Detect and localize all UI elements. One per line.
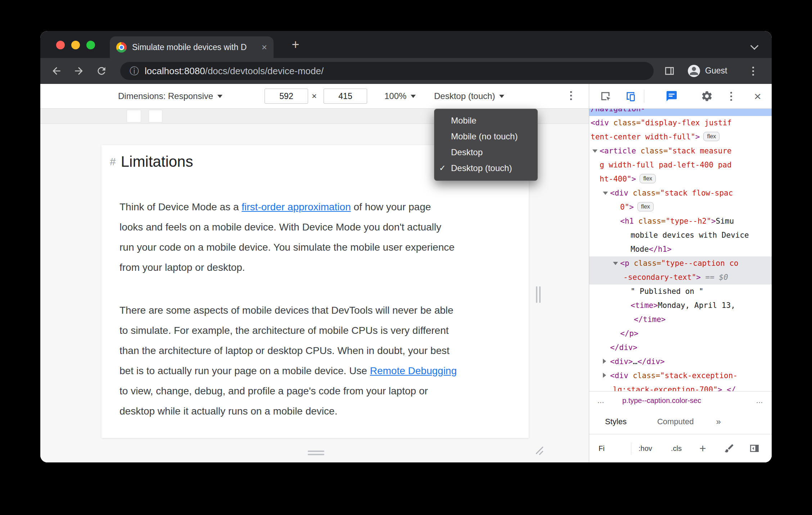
computed-sidebar-toggle-icon[interactable]	[749, 434, 760, 462]
device-type-select[interactable]: Desktop (touch)	[434, 84, 504, 108]
chevron-down-icon	[411, 95, 416, 98]
dom-tree-node[interactable]: -secondary-text"> == $0	[589, 270, 772, 285]
paragraph-line: from your laptop or desktop.	[119, 258, 455, 278]
menu-item-desktop-touch[interactable]: ✓ Desktop (touch)	[434, 160, 537, 176]
heading-anchor-link[interactable]: #	[110, 156, 116, 168]
devtools-toolbar: ×	[589, 84, 772, 109]
dom-tree-node[interactable]: </time>	[589, 313, 772, 327]
flex-badge[interactable]: flex	[703, 132, 719, 141]
dom-tree-node[interactable]: <h1 class="type--h2">Simu	[589, 214, 772, 228]
tab-styles[interactable]: Styles	[605, 417, 627, 426]
devtools-kebab-icon[interactable]	[730, 92, 732, 101]
paragraph-line: desktop while it actually runs on a mobi…	[119, 401, 457, 421]
expand-arrow-icon[interactable]	[603, 355, 610, 369]
chrome-favicon-icon	[116, 42, 127, 53]
tab-computed[interactable]: Computed	[657, 417, 694, 426]
flex-badge[interactable]: flex	[640, 174, 656, 183]
site-info-icon[interactable]: ⓘ	[130, 66, 139, 76]
dom-tree: /navigation-<div class="display-flex jus…	[589, 109, 772, 391]
dom-tree-node[interactable]: <article class="stack measure	[589, 144, 772, 158]
dom-tree-node[interactable]: <div>…</div>	[589, 355, 772, 369]
new-style-rule-button[interactable]: +	[699, 434, 706, 462]
expand-arrow-icon[interactable]	[603, 369, 610, 383]
zoom-select[interactable]: 100%	[384, 84, 416, 108]
dom-tree-node[interactable]: <div class="stack flow-spac	[589, 186, 772, 200]
dom-tree-node[interactable]: mobile devices with Device	[589, 228, 772, 242]
dom-tree-node[interactable]: 0">flex	[589, 200, 772, 214]
dom-tree-node[interactable]: </p>	[589, 327, 772, 341]
width-input[interactable]	[265, 89, 308, 104]
dom-tree-node[interactable]: </div>	[589, 341, 772, 355]
dom-tree-node[interactable]: " Published on "	[589, 285, 772, 299]
dom-tree-node[interactable]: tent-center width-full">flex	[589, 130, 772, 144]
viewport-resize-handle-corner[interactable]	[534, 445, 546, 457]
chevron-down-icon	[217, 95, 222, 98]
menu-item-desktop[interactable]: Desktop	[434, 144, 537, 160]
styles-filter-input[interactable]: Fi	[599, 434, 605, 462]
profile-avatar[interactable]	[688, 65, 700, 77]
page-content-card: # Limitations Think of Device Mode as a …	[102, 145, 529, 438]
inspect-element-icon[interactable]	[599, 90, 612, 102]
viewport-resize-handle-right[interactable]	[536, 286, 541, 303]
paragraph-line: bet is to actually run your page on a mo…	[119, 361, 457, 381]
element-classes-button[interactable]: .cls	[671, 434, 682, 462]
breadcrumb-overflow-right[interactable]: …	[754, 397, 765, 405]
paragraph-line: Think of Device Mode as a first-order ap…	[119, 197, 455, 217]
devtools-close-icon[interactable]: ×	[752, 90, 764, 102]
expand-arrow-icon[interactable]	[603, 186, 610, 200]
text-link[interactable]: first-order approximation	[242, 201, 351, 212]
reload-icon[interactable]	[96, 65, 107, 77]
dom-tree-node[interactable]: g width-full pad-left-400 pad	[589, 158, 772, 172]
height-input[interactable]	[324, 89, 367, 104]
browser-tab[interactable]: Simulate mobile devices with D ×	[110, 36, 274, 58]
rendering-emulations-icon[interactable]	[724, 434, 735, 462]
toggle-device-toolbar-icon[interactable]	[624, 90, 636, 102]
styles-toolbar: Fi :hov .cls +	[589, 434, 772, 462]
tab-close-icon[interactable]: ×	[262, 42, 267, 52]
device-mode-toolbar: Dimensions: Responsive × 100% Desktop (t…	[40, 84, 589, 109]
dimensions-select[interactable]: Dimensions: Responsive	[118, 84, 222, 108]
dom-tree-node[interactable]: Mode</h1>	[589, 242, 772, 256]
expand-arrow-icon[interactable]	[592, 144, 600, 158]
window-minimize-button[interactable]	[71, 41, 80, 49]
window-close-button[interactable]	[56, 41, 65, 49]
paragraph-line: to view, change, debug, and profile a pa…	[119, 381, 457, 401]
browser-menu-kebab-icon[interactable]	[752, 67, 754, 76]
device-toolbar-kebab-icon[interactable]	[570, 91, 572, 100]
device-type-value: Desktop (touch)	[434, 91, 495, 101]
viewport-resize-handle-bottom[interactable]	[308, 451, 324, 455]
url-domain: localhost:8080	[145, 66, 205, 76]
dom-tree-node[interactable]: <p class="type--caption co	[589, 256, 772, 270]
address-bar[interactable]: ⓘ localhost:8080/docs/devtools/device-mo…	[120, 62, 654, 80]
flex-badge[interactable]: flex	[637, 202, 654, 211]
dom-breadcrumb-bar: … p.type--caption.color-sec …	[589, 391, 772, 409]
dom-tree-node[interactable]: /navigation-	[589, 109, 772, 116]
new-tab-button[interactable]: +	[289, 38, 302, 52]
menu-item-mobile-no-touch[interactable]: Mobile (no touch)	[434, 129, 537, 144]
dom-tree-node[interactable]: <div class="display-flex justif	[589, 116, 772, 130]
tab-search-chevron-icon[interactable]	[751, 43, 758, 50]
more-tabs-chevron[interactable]: »	[716, 417, 721, 427]
settings-gear-icon[interactable]	[701, 90, 713, 102]
breadcrumb-overflow-left[interactable]: …	[595, 397, 606, 405]
chevron-down-icon	[499, 95, 504, 98]
back-icon[interactable]	[51, 65, 62, 77]
side-panel-icon[interactable]	[664, 65, 675, 77]
expand-arrow-icon[interactable]	[613, 256, 620, 270]
window-zoom-button[interactable]	[86, 41, 95, 49]
guest-label: Guest	[705, 66, 727, 76]
console-messages-icon[interactable]	[666, 90, 678, 102]
text-link[interactable]: Remote Debugging	[370, 365, 457, 376]
paragraph-line: to simulate. For example, the architectu…	[119, 321, 457, 341]
dom-tree-node[interactable]: lg:stack-exception-700"> </	[589, 383, 772, 391]
dom-tree-node[interactable]: <time>Monday, April 13,	[589, 299, 772, 313]
paragraph-line: There are some aspects of mobile devices…	[119, 300, 457, 321]
breadcrumb-selected[interactable]: p.type--caption.color-sec	[622, 397, 701, 405]
dom-tree-node[interactable]: <div class="stack-exception-	[589, 369, 772, 383]
forward-icon[interactable]	[73, 65, 85, 77]
url-text: localhost:8080/docs/devtools/device-mode…	[145, 66, 324, 77]
dom-tree-node[interactable]: ht-400">flex	[589, 172, 772, 186]
toggle-element-state-button[interactable]: :hov	[639, 434, 652, 462]
styles-tab-bar: Styles Computed »	[589, 409, 772, 434]
menu-item-mobile[interactable]: Mobile	[434, 113, 537, 129]
